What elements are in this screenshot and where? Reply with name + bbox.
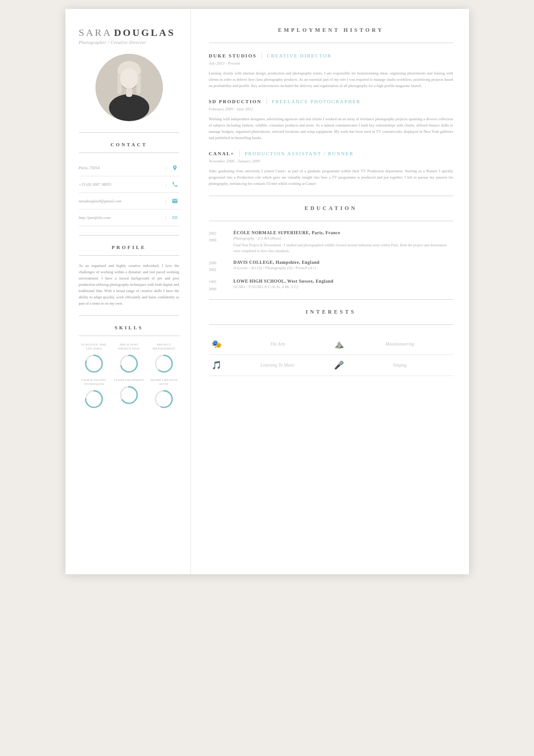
job-desc-1: Working with independent designers, adve…: [209, 116, 453, 141]
edu-item-2: 1995 2000 LOWE HIGH SCHOOL, West Sussex,…: [209, 279, 453, 293]
email-icon: [170, 197, 179, 205]
skill-label-2: PROJECT MANAGEMENT: [149, 343, 179, 351]
edu-year-start-2: 1995: [209, 279, 234, 285]
skills-grid: TUNGSTEN, HMI, LED (PRO) PRE & POST PROD…: [79, 343, 179, 409]
skill-label-1: PRE & POST PRODUCTION: [114, 343, 144, 351]
edu-degree-1: A-Levels - Art (A) / Photography (A) / F…: [234, 266, 453, 270]
name-subtitle: Photographer / Creative Director: [79, 40, 179, 45]
job-header-0: DUKE STUDIOS | CREATIVE DIRECTOR: [209, 52, 453, 59]
interest-item-0: 🎭 The Arts: [209, 334, 331, 355]
employment-heading: EMPLOYMENT HISTORY: [209, 27, 453, 34]
full-name: SARA DOUGLAS: [79, 27, 179, 39]
resume-page: SARA DOUGLAS Photographer / Creative Dir…: [65, 9, 469, 574]
job-item-2: CANAL+ | PRODUCTION ASSISTANT / RUNNER N…: [209, 150, 453, 187]
education-divider-top: [209, 196, 453, 196]
interest-item-3: 🎤 Singing: [331, 355, 453, 376]
svg-point-6: [120, 68, 138, 89]
interest-icon-1: ⛰️: [331, 339, 347, 349]
skill-circle-5: [154, 389, 174, 409]
name-area: SARA DOUGLAS Photographer / Creative Dir…: [79, 27, 179, 45]
profile-divider-top: [79, 235, 179, 236]
svg-point-7: [109, 94, 149, 121]
interest-label-3: Singing: [347, 363, 453, 367]
left-column: SARA DOUGLAS Photographer / Creative Dir…: [65, 9, 191, 574]
jobs-list: DUKE STUDIOS | CREATIVE DIRECTOR July 20…: [209, 52, 453, 187]
job-company-2: CANAL+: [209, 151, 234, 156]
contact-website: http://portfolio.com |: [79, 210, 179, 226]
interests-divider-top: [209, 299, 453, 300]
contact-sep-1: |: [165, 166, 166, 170]
skills-heading: SKILLS: [79, 325, 179, 330]
job-desc-0: Liaising closely with internal design, p…: [209, 70, 453, 89]
link-icon: [170, 213, 179, 222]
contact-heading: CONTACT: [79, 142, 179, 147]
contact-address-text: Paris, 75014: [79, 166, 162, 170]
skill-label-0: TUNGSTEN, HMI, LED (PRO): [79, 343, 109, 351]
edu-school-0: ÉCOLE NORMALE SUPERIEURE, Paris, France: [234, 230, 453, 235]
skill-circle-4: [119, 385, 139, 405]
skills-divider-top: [79, 315, 179, 316]
edu-year-end-2: 2000: [209, 286, 234, 293]
skill-label-3: FILM & DIGITAL TECHNIQUES: [79, 378, 109, 386]
contact-email: saradouglas4@gmail.com |: [79, 193, 179, 210]
job-header-2: CANAL+ | PRODUCTION ASSISTANT / RUNNER: [209, 150, 453, 157]
skills-divider-bottom: [79, 336, 179, 336]
contact-divider-bottom: [79, 153, 179, 153]
profile-divider-bottom: [79, 255, 179, 256]
skill-circle-2: [154, 354, 174, 374]
skill-item-0: TUNGSTEN, HMI, LED (PRO): [79, 343, 109, 374]
contact-divider-top: [79, 132, 179, 133]
edu-year-start-1: 2000: [209, 260, 234, 267]
job-company-0: DUKE STUDIOS: [209, 53, 257, 58]
job-company-1: SD PRODUCTION: [209, 99, 262, 104]
interests-divider-bottom: [209, 324, 453, 325]
edu-years-1: 2000 2002: [209, 260, 234, 274]
contact-website-text: http://portfolio.com: [79, 215, 162, 220]
job-item-0: DUKE STUDIOS | CREATIVE DIRECTOR July 20…: [209, 52, 453, 89]
contact-phone-text: +33 (0) 3007 38055: [79, 182, 162, 187]
contact-sep-2: |: [165, 182, 166, 187]
interest-icon-3: 🎤: [331, 360, 347, 370]
edu-item-0: 2002 2006 ÉCOLE NORMALE SUPERIEURE, Pari…: [209, 230, 453, 254]
skill-circle-3: [84, 389, 104, 409]
job-header-1: SD PRODUCTION | FREELANCE PHOTOGRAPHER: [209, 98, 453, 105]
photo-svg: [96, 54, 163, 121]
interest-item-1: ⛰️ Mountaineering: [331, 334, 453, 355]
interest-label-1: Mountaineering: [347, 341, 453, 346]
svg-rect-8: [126, 88, 132, 97]
contact-sep-4: |: [165, 215, 166, 220]
employment-divider: [209, 43, 453, 43]
skill-item-2: PROJECT MANAGEMENT: [149, 343, 179, 374]
job-title-1: FREELANCE PHOTOGRAPHER: [272, 99, 360, 104]
interest-label-0: The Arts: [225, 341, 331, 346]
job-desc-2: After graduating from university I joine…: [209, 168, 453, 187]
profile-text: As an organised and highly creative indi…: [79, 262, 179, 306]
profile-heading: PROFILE: [79, 245, 179, 250]
first-name: SARA: [79, 27, 113, 38]
edu-school-1: DAVIS COLLEGE, Hampshire, England: [234, 260, 453, 265]
edu-year-start-0: 2002: [209, 230, 234, 237]
edu-item-1: 2000 2002 DAVIS COLLEGE, Hampshire, Engl…: [209, 260, 453, 274]
edu-year-end-0: 2006: [209, 237, 234, 244]
contact-list: Paris, 75014 | +33 (0) 3007 38055 | sara…: [79, 160, 179, 226]
interest-label-2: Listening To Music: [225, 363, 331, 367]
edu-degree-2: GCSEs - 9 GCSEs A-C (4 As, 4 Bs, 1 C): [234, 284, 453, 289]
interest-icon-0: 🎭: [209, 339, 225, 349]
contact-sep-3: |: [165, 199, 166, 204]
edu-content-2: LOWE HIGH SCHOOL, West Sussex, England G…: [234, 279, 453, 293]
skill-item-5: ADOBE CREATIVE SUITE: [149, 378, 179, 409]
contact-address: Paris, 75014 |: [79, 160, 179, 176]
job-title-0: CREATIVE DIRECTOR: [267, 53, 332, 58]
edu-school-2: LOWE HIGH SCHOOL, West Sussex, England: [234, 279, 453, 284]
contact-email-text: saradouglas4@gmail.com: [79, 199, 162, 203]
contact-phone: +33 (0) 3007 38055 |: [79, 176, 179, 193]
education-divider-bottom: [209, 221, 453, 221]
edu-years-0: 2002 2006: [209, 230, 234, 254]
skill-item-3: FILM & DIGITAL TECHNIQUES: [79, 378, 109, 409]
skill-item-1: PRE & POST PRODUCTION: [114, 343, 144, 374]
edu-detail-0: Final Year Project & Dissertation - I st…: [234, 243, 453, 254]
skill-circle-1: [119, 354, 139, 374]
education-heading: EDUCATION: [209, 205, 453, 212]
skill-label-5: ADOBE CREATIVE SUITE: [149, 378, 179, 386]
job-item-1: SD PRODUCTION | FREELANCE PHOTOGRAPHER F…: [209, 98, 453, 141]
